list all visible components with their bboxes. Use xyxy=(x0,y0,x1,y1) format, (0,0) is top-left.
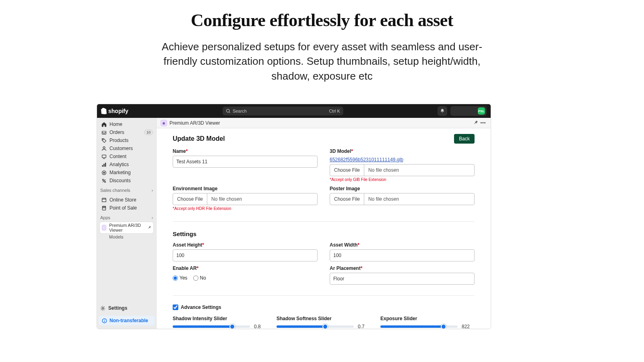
svg-rect-5 xyxy=(102,165,103,167)
advance-checkbox[interactable] xyxy=(173,304,178,310)
sidebar-item-label: Analytics xyxy=(109,162,129,167)
choose-file-button[interactable]: Choose File xyxy=(173,193,207,205)
sidebar-item-customers[interactable]: Customers xyxy=(99,144,155,152)
width-input[interactable] xyxy=(330,249,475,261)
placement-input[interactable] xyxy=(330,273,475,285)
sidebar-item-premium-ar[interactable]: Premium AR/3D Viewer xyxy=(99,222,154,234)
more-button[interactable]: ••• xyxy=(479,120,487,126)
non-transferable-label: Non-transferable xyxy=(109,318,148,323)
height-input[interactable] xyxy=(173,249,318,261)
section-label: Sales channels xyxy=(100,188,130,193)
orders-badge: 10 xyxy=(144,130,153,135)
app-header-title: Premium AR/3D Viewer xyxy=(169,120,220,126)
avatar: PSL xyxy=(478,107,485,115)
radio-no[interactable]: No xyxy=(193,275,206,281)
shadow-softness-slider[interactable] xyxy=(277,325,354,328)
info-icon xyxy=(102,318,107,323)
settings-heading: Settings xyxy=(173,230,475,237)
pin-button[interactable] xyxy=(472,120,479,126)
sidebar-item-analytics[interactable]: Analytics xyxy=(99,160,155,169)
radio-yes-input[interactable] xyxy=(173,276,178,281)
model-file-input[interactable]: Choose File No file chosen xyxy=(330,164,475,176)
svg-point-14 xyxy=(102,307,103,309)
choose-file-button[interactable]: Choose File xyxy=(330,193,364,205)
topbar: shopify Search Ctrl K PSL xyxy=(97,104,491,118)
sidebar-item-pos[interactable]: Point of Sale xyxy=(99,204,155,212)
sidebar-item-label: Online Store xyxy=(109,197,136,203)
name-input[interactable] xyxy=(173,156,318,168)
non-transferable-banner[interactable]: Non-transferable xyxy=(99,316,155,325)
section-label: Apps xyxy=(100,215,110,220)
back-button[interactable]: Back xyxy=(454,134,475,144)
sidebar-item-home[interactable]: Home xyxy=(99,120,155,128)
logo-text: shopify xyxy=(108,108,128,114)
chevron-right-icon: › xyxy=(152,188,153,193)
shadow-softness-label: Shadow Softness Slider xyxy=(277,316,371,321)
user-menu[interactable]: PSL xyxy=(450,106,487,116)
svg-rect-13 xyxy=(103,207,105,208)
divider xyxy=(173,221,475,222)
divider xyxy=(173,295,475,296)
sidebar-item-orders[interactable]: Orders 10 xyxy=(99,128,155,136)
hero-subtitle: Achieve personalized setups for every as… xyxy=(145,39,499,83)
sidebar-item-label: Marketing xyxy=(109,170,131,175)
percent-icon xyxy=(101,178,107,183)
svg-point-3 xyxy=(103,146,105,148)
radio-label: No xyxy=(200,275,206,281)
height-label: Asset Height* xyxy=(173,242,318,248)
svg-point-2 xyxy=(103,139,103,140)
svg-rect-6 xyxy=(103,164,104,167)
poster-file-input[interactable]: Choose File No file chosen xyxy=(330,193,475,205)
home-icon xyxy=(101,121,107,127)
target-icon xyxy=(101,170,107,175)
sidebar: Home Orders 10 Products Customers xyxy=(97,118,157,329)
sidebar-settings[interactable]: Settings xyxy=(97,303,156,313)
choose-file-button[interactable]: Choose File xyxy=(330,165,364,176)
exposure-value: 822 xyxy=(462,324,475,329)
shadow-intensity-label: Shadow Intensity Slider xyxy=(173,316,267,321)
model-label: 3D Model* xyxy=(330,148,475,154)
hero-title: Configure effortlessly for each asset xyxy=(101,10,543,31)
radio-no-input[interactable] xyxy=(193,276,198,281)
env-file-input[interactable]: Choose File No file chosen xyxy=(173,193,318,205)
embedded-app-header: ◉ Premium AR/3D Viewer ••• xyxy=(157,118,491,128)
app-header-icon: ◉ xyxy=(161,120,167,126)
svg-rect-4 xyxy=(102,155,106,158)
search-shortcut: Ctrl K xyxy=(329,109,340,113)
model-file-link[interactable]: 652682f5596b5231011111149.glb xyxy=(330,157,403,162)
sidebar-item-products[interactable]: Products xyxy=(99,136,155,144)
env-label: Environment Image xyxy=(173,186,318,191)
section-sales-channels[interactable]: Sales channels › xyxy=(97,185,156,193)
chart-icon xyxy=(101,162,107,167)
shadow-intensity-slider[interactable] xyxy=(173,325,250,328)
pin-icon[interactable] xyxy=(147,225,151,230)
radio-label: Yes xyxy=(180,275,188,281)
svg-rect-7 xyxy=(105,162,105,167)
advance-label: Advance Settings xyxy=(181,304,221,310)
sidebar-item-content[interactable]: Content xyxy=(99,152,155,160)
app-icon xyxy=(102,225,106,230)
radio-yes[interactable]: Yes xyxy=(173,275,188,281)
sidebar-item-online-store[interactable]: Online Store xyxy=(99,196,155,204)
sidebar-item-label: Point of Sale xyxy=(109,205,137,211)
search-placeholder: Search xyxy=(233,109,247,113)
pos-icon xyxy=(101,205,107,211)
tag-icon xyxy=(101,138,107,143)
sidebar-item-label: Content xyxy=(109,154,126,159)
search-input[interactable]: Search Ctrl K xyxy=(223,107,343,115)
env-hint: *Accept only HDR File Extension xyxy=(173,206,318,211)
sidebar-sub-models[interactable]: Models xyxy=(99,234,155,240)
svg-point-10 xyxy=(102,179,103,180)
name-label: Name* xyxy=(173,148,318,154)
poster-label: Poster Image xyxy=(330,186,475,191)
sidebar-item-label: Home xyxy=(109,121,122,127)
exposure-slider[interactable] xyxy=(380,325,458,328)
sidebar-item-marketing[interactable]: Marketing xyxy=(99,169,155,177)
sidebar-item-discounts[interactable]: Discounts xyxy=(99,177,155,185)
shadow-softness-value: 0.7 xyxy=(358,324,371,329)
notifications-button[interactable] xyxy=(438,106,447,116)
sidebar-item-label: Products xyxy=(109,138,128,143)
section-apps[interactable]: Apps › xyxy=(97,212,156,221)
placement-label: Ar Placement* xyxy=(330,265,475,271)
app-window: shopify Search Ctrl K PSL xyxy=(97,104,491,329)
